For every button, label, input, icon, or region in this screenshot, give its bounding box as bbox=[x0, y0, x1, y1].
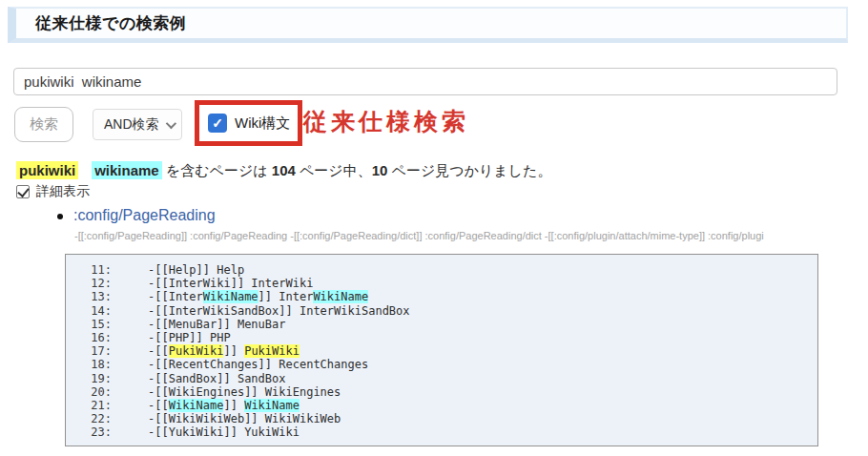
code-text: -[[RecentChanges]] RecentChanges bbox=[148, 358, 368, 371]
result-page-link[interactable]: :config/PageReading bbox=[73, 207, 216, 224]
code-line-number: 21: bbox=[77, 399, 112, 412]
code-line-number: 12: bbox=[77, 277, 112, 290]
code-text: -[[WikiEngines]] WikiEngines bbox=[148, 385, 341, 399]
code-line: 17:-[[PukiWiki]] PukiWiki bbox=[77, 344, 808, 358]
page: 従来仕様での検索例 検索 AND検索 ✓ Wiki構文 従来仕様検索 pukiw… bbox=[0, 0, 868, 456]
result-found-pages: 10 bbox=[372, 162, 388, 178]
code-line: 14:-[[InterWikiSandBox]] InterWikiSandBo… bbox=[77, 304, 808, 318]
wiki-syntax-checkbox[interactable]: ✓ bbox=[208, 114, 227, 133]
code-highlight: WikiName bbox=[313, 290, 368, 303]
result-keyword-1: pukiwiki bbox=[16, 161, 78, 179]
wiki-syntax-label: Wiki構文 bbox=[235, 114, 290, 133]
code-text: -[[Help]] Help bbox=[148, 263, 244, 277]
code-highlight: WikiName bbox=[203, 290, 258, 303]
code-text: -[[MenuBar]] MenuBar bbox=[148, 318, 286, 331]
result-text-mid2: ページ中、 bbox=[296, 162, 372, 178]
code-text: -[[SandBox]] SandBox bbox=[148, 372, 286, 385]
code-line: 12:-[[InterWiki]] InterWiki bbox=[77, 277, 808, 290]
code-line: 22:-[[WikiWikiWeb]] WikiWikiWeb bbox=[77, 412, 808, 425]
code-line: 13:-[[InterWikiName]] InterWikiName bbox=[77, 290, 808, 303]
page-title: 従来仕様での検索例 bbox=[16, 12, 186, 34]
wiki-syntax-highlight-box: ✓ Wiki構文 bbox=[195, 100, 302, 146]
result-total-pages: 104 bbox=[272, 162, 296, 178]
code-line-number: 19: bbox=[77, 372, 112, 385]
code-line-number: 16: bbox=[77, 331, 112, 344]
search-mode-value: AND検索 bbox=[104, 116, 159, 134]
code-highlight: PukiWiki bbox=[169, 344, 224, 358]
detail-display-row: 詳細表示 bbox=[16, 183, 90, 200]
code-line: 15:-[[MenuBar]] MenuBar bbox=[77, 318, 808, 331]
section-header: 従来仕様での検索例 bbox=[8, 7, 848, 43]
code-text: ]] bbox=[223, 344, 244, 358]
legacy-search-annotation: 従来仕様検索 bbox=[303, 106, 469, 137]
code-text: -[[Inter bbox=[148, 290, 203, 303]
code-line-number: 15: bbox=[77, 318, 112, 331]
code-line-number: 14: bbox=[77, 304, 112, 318]
code-line-number: 20: bbox=[77, 385, 112, 399]
code-line-number: 22: bbox=[77, 412, 112, 425]
chevron-down-icon bbox=[166, 117, 176, 128]
code-highlight: PukiWiki bbox=[244, 344, 300, 358]
result-keyword-2: wikiname bbox=[92, 161, 162, 179]
code-line: 23:-[[YukiWiki]] YukiWiki bbox=[77, 425, 808, 439]
code-text: -[[InterWikiSandBox]] InterWikiSandBox bbox=[148, 304, 410, 318]
code-text: -[[ bbox=[148, 344, 169, 358]
search-button[interactable]: 検索 bbox=[14, 107, 73, 142]
result-text-end: ページ見つかりました。 bbox=[387, 162, 551, 178]
code-text: -[[PHP]] PHP bbox=[148, 331, 231, 344]
code-line: 16:-[[PHP]] PHP bbox=[77, 331, 808, 344]
code-line: 20:-[[WikiEngines]] WikiEngines bbox=[77, 385, 808, 399]
code-line: 11:-[[Help]] Help bbox=[77, 263, 808, 277]
code-text: -[[InterWiki]] InterWiki bbox=[148, 277, 313, 290]
result-snippet: -[[:config/PageReading]] :config/PageRea… bbox=[74, 230, 837, 241]
code-text: -[[ bbox=[148, 399, 169, 412]
code-line-number: 13: bbox=[77, 290, 112, 303]
code-highlight: WikiName bbox=[244, 399, 300, 412]
code-highlight: WikiName bbox=[169, 399, 224, 412]
code-block: 11:-[[Help]] Help12:-[[InterWiki]] Inter… bbox=[65, 254, 818, 446]
bullet-icon bbox=[57, 214, 63, 219]
code-line: 18:-[[RecentChanges]] RecentChanges bbox=[77, 358, 808, 371]
code-text: -[[WikiWikiWeb]] WikiWikiWeb bbox=[148, 412, 341, 425]
code-text: ]] bbox=[223, 399, 244, 412]
code-line-number: 17: bbox=[77, 344, 112, 358]
code-text: ]] Inter bbox=[258, 290, 314, 303]
code-line: 19:-[[SandBox]] SandBox bbox=[77, 372, 808, 385]
code-line-number: 23: bbox=[77, 425, 112, 439]
detail-display-label: 詳細表示 bbox=[36, 183, 90, 200]
result-summary: pukiwikiwikiname を含むページは 104 ページ中、10 ページ… bbox=[16, 162, 551, 180]
code-line: 21:-[[WikiName]] WikiName bbox=[77, 399, 808, 412]
code-line-number: 18: bbox=[77, 358, 112, 371]
code-line-number: 11: bbox=[77, 263, 112, 277]
code-text: -[[YukiWiki]] YukiWiki bbox=[148, 425, 300, 439]
search-input[interactable] bbox=[13, 68, 837, 95]
search-mode-select[interactable]: AND検索 bbox=[93, 109, 182, 140]
result-text-mid1: を含むページは bbox=[162, 162, 272, 178]
detail-display-checkbox[interactable] bbox=[16, 185, 30, 198]
